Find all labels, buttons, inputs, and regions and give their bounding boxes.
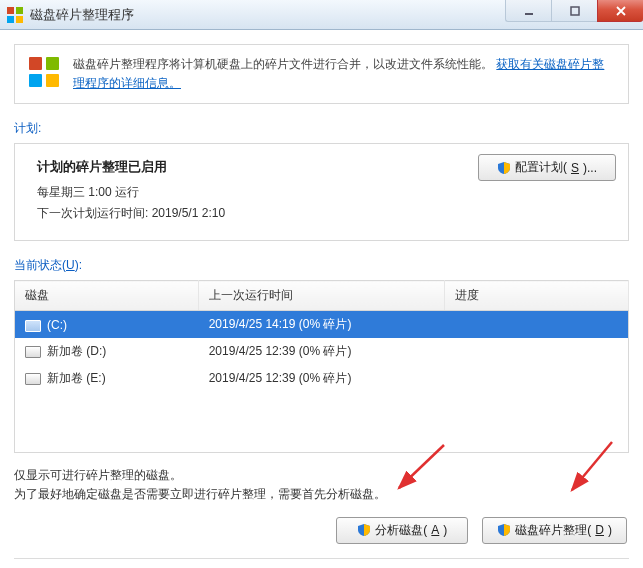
shield-icon — [497, 161, 511, 175]
analyze-button[interactable]: 分析磁盘(A) — [336, 517, 468, 544]
hint-line1: 仅显示可进行碎片整理的磁盘。 — [14, 467, 629, 484]
schedule-line-next: 下一次计划运行时间: 2019/5/1 2:10 — [37, 205, 614, 222]
disk-progress — [444, 338, 628, 365]
shield-icon — [497, 523, 511, 537]
configure-schedule-button[interactable]: 配置计划(S)... — [478, 154, 616, 181]
window-title: 磁盘碎片整理程序 — [30, 6, 134, 24]
status-section-label: 当前状态(U): — [14, 257, 629, 274]
disk-progress — [444, 311, 628, 339]
disk-lastrun: 2019/4/25 12:39 (0% 碎片) — [199, 365, 445, 392]
svg-rect-9 — [46, 74, 59, 87]
disk-progress — [444, 365, 628, 392]
svg-rect-7 — [46, 57, 59, 70]
col-disk[interactable]: 磁盘 — [15, 281, 199, 311]
svg-rect-0 — [7, 7, 14, 14]
table-filler — [15, 392, 629, 452]
disk-lastrun: 2019/4/25 12:39 (0% 碎片) — [199, 338, 445, 365]
disk-name: 新加卷 (E:) — [47, 371, 106, 385]
maximize-button[interactable] — [551, 0, 597, 22]
col-lastrun[interactable]: 上一次运行时间 — [199, 281, 445, 311]
col-progress[interactable]: 进度 — [444, 281, 628, 311]
defrag-button[interactable]: 磁盘碎片整理(D) — [482, 517, 627, 544]
disk-table[interactable]: 磁盘 上一次运行时间 进度 (C:)2019/4/25 14:19 (0% 碎片… — [14, 280, 629, 453]
defrag-icon — [27, 55, 61, 89]
schedule-section-label: 计划: — [14, 120, 629, 137]
schedule-line-frequency: 每星期三 1:00 运行 — [37, 184, 614, 201]
disk-name: (C:) — [47, 318, 67, 332]
hint-line2: 为了最好地确定磁盘是否需要立即进行碎片整理，需要首先分析磁盘。 — [14, 486, 629, 503]
table-row[interactable]: 新加卷 (E:)2019/4/25 12:39 (0% 碎片) — [15, 365, 629, 392]
table-row[interactable]: (C:)2019/4/25 14:19 (0% 碎片) — [15, 311, 629, 339]
schedule-box: 计划的碎片整理已启用 每星期三 1:00 运行 下一次计划运行时间: 2019/… — [14, 143, 629, 241]
info-banner: 磁盘碎片整理程序将计算机硬盘上的碎片文件进行合并，以改进文件系统性能。 获取有关… — [14, 44, 629, 104]
svg-rect-6 — [29, 57, 42, 70]
svg-rect-2 — [7, 16, 14, 23]
svg-rect-8 — [29, 74, 42, 87]
disk-icon — [25, 346, 41, 358]
titlebar: 磁盘碎片整理程序 — [0, 0, 643, 30]
close-window-button[interactable] — [597, 0, 643, 22]
shield-icon — [357, 523, 371, 537]
disk-icon — [25, 320, 41, 332]
svg-rect-5 — [571, 7, 579, 15]
svg-rect-4 — [525, 13, 533, 15]
svg-rect-3 — [16, 16, 23, 23]
disk-lastrun: 2019/4/25 14:19 (0% 碎片) — [199, 311, 445, 339]
app-icon — [6, 6, 24, 24]
info-text: 磁盘碎片整理程序将计算机硬盘上的碎片文件进行合并，以改进文件系统性能。 — [73, 57, 493, 71]
minimize-button[interactable] — [505, 0, 551, 22]
disk-icon — [25, 373, 41, 385]
svg-rect-1 — [16, 7, 23, 14]
table-row[interactable]: 新加卷 (D:)2019/4/25 12:39 (0% 碎片) — [15, 338, 629, 365]
disk-name: 新加卷 (D:) — [47, 344, 106, 358]
